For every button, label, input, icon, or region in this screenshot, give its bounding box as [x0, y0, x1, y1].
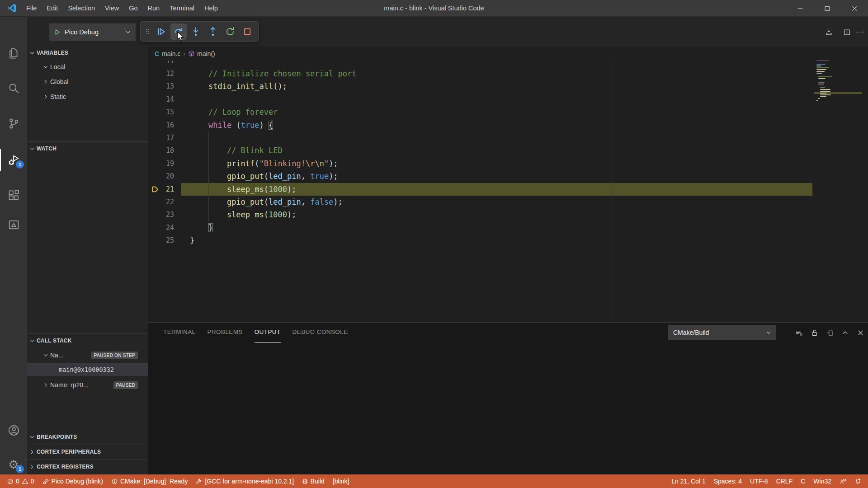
debug-continue-button[interactable] — [153, 23, 170, 40]
status-cmake-status[interactable]: CMake: [Debug]: Ready — [107, 474, 192, 488]
code-area[interactable]: 1112 // Initialize chosen serial port13 … — [148, 17, 868, 322]
debug-step-over-button[interactable] — [170, 23, 187, 40]
call-stack-frame[interactable]: main@0x10000332 — [27, 363, 148, 376]
menu-go[interactable]: Go — [124, 0, 142, 17]
c-file-icon: C — [155, 50, 159, 57]
variables-scope-static[interactable]: Static — [27, 90, 148, 103]
panel-tab-problems[interactable]: PROBLEMS — [207, 323, 242, 343]
code-line-12[interactable]: 12 // Initialize chosen serial port — [148, 67, 812, 80]
indent-guide — [190, 67, 190, 234]
minimap[interactable] — [814, 56, 862, 124]
activity-search[interactable] — [3, 77, 24, 99]
breadcrumb[interactable]: C main.c › main() — [148, 47, 868, 61]
status-cmake-target[interactable]: [blink] — [329, 474, 354, 488]
menu-run[interactable]: Run — [143, 0, 165, 17]
code-text: sleep_ms(1000); — [190, 208, 296, 221]
code-line-17[interactable]: 17 — [148, 131, 812, 144]
line-number: 12 — [148, 67, 174, 80]
panel-tab-output[interactable]: OUTPUT — [255, 323, 281, 343]
call-stack-thread-1[interactable]: Na...PAUSED ON STEP — [27, 348, 148, 362]
line-number: 17 — [148, 131, 174, 144]
panel-tab-debug-console[interactable]: DEBUG CONSOLE — [292, 323, 348, 343]
debug-config-dropdown[interactable]: Pico Debug — [49, 23, 136, 41]
status-debug-session[interactable]: Pico Debug (blink) — [38, 474, 107, 488]
minimap-line — [818, 84, 824, 84]
stop-icon — [242, 27, 252, 37]
info-icon — [111, 478, 118, 485]
code-line-13[interactable]: 13 stdio_init_all(); — [148, 80, 812, 93]
activity-settings[interactable]: ⚙1 — [3, 454, 24, 475]
section-breakpoints[interactable]: BREAKPOINTS — [27, 430, 148, 444]
breadcrumb-file[interactable]: main.c — [162, 50, 180, 57]
variables-scope-local[interactable]: Local — [27, 60, 148, 74]
chevron-down-icon — [29, 434, 35, 440]
status-problems[interactable]: 00 — [3, 474, 38, 488]
breadcrumb-symbol[interactable]: main() — [197, 50, 215, 57]
debug-step-out-button[interactable] — [205, 23, 221, 40]
start-debug-icon[interactable] — [54, 28, 61, 36]
toolbar-drag-handle[interactable] — [143, 23, 153, 40]
code-line-19[interactable]: 19 printf("Blinking!\r\n"); — [148, 157, 812, 170]
code-line-21[interactable]: 21 sleep_ms(1000); — [148, 183, 812, 196]
accounts-icon — [8, 424, 20, 436]
output-channel-select[interactable]: CMake/Build — [668, 325, 776, 340]
close-panel-button[interactable] — [853, 326, 868, 339]
status-cmake-kit[interactable]: [GCC for arm-none-eabi 10.2.1] — [192, 474, 298, 488]
window-maximize-button[interactable] — [814, 0, 841, 17]
unlock-button[interactable] — [807, 326, 822, 339]
debug-step-into-button[interactable] — [188, 23, 204, 40]
status-platform[interactable]: Win32 — [809, 474, 835, 488]
window-minimize-button[interactable] — [787, 0, 814, 17]
activity-extensions[interactable] — [3, 184, 24, 206]
line-number: 18 — [148, 144, 174, 157]
section-variables[interactable]: VARIABLES — [27, 46, 148, 60]
status-notifications[interactable] — [850, 474, 865, 488]
activity-accounts[interactable] — [3, 419, 24, 441]
clear-output-button[interactable] — [791, 326, 807, 339]
code-line-15[interactable]: 15 // Loop forever — [148, 106, 812, 118]
menu-file[interactable]: File — [21, 0, 42, 17]
debug-restart-button[interactable] — [222, 23, 238, 40]
activity-pico-project[interactable] — [3, 214, 24, 235]
status-eol[interactable]: CRLF — [772, 474, 797, 488]
code-line-25[interactable]: 25} — [148, 234, 812, 247]
status-indentation[interactable]: Spaces: 4 — [710, 474, 746, 488]
code-line-14[interactable]: 14 — [148, 93, 812, 106]
activity-badge: 1 — [16, 465, 24, 473]
activity-explorer[interactable] — [3, 42, 24, 64]
variables-scope-global[interactable]: Global — [27, 75, 148, 89]
code-line-23[interactable]: 23 sleep_ms(1000); — [148, 208, 812, 221]
title-bar: FileEditSelectionViewGoRunTerminalHelp m… — [0, 0, 868, 17]
code-line-18[interactable]: 18 // Blink LED — [148, 144, 812, 157]
status-cmake-build[interactable]: ⚙Build — [298, 474, 329, 488]
chevron-right-icon — [42, 94, 49, 100]
open-output-in-editor-button[interactable] — [822, 326, 837, 339]
menu-view[interactable]: View — [100, 0, 124, 17]
panel-tab-terminal[interactable]: TERMINAL — [163, 323, 195, 343]
menu-terminal[interactable]: Terminal — [165, 0, 199, 17]
code-line-16[interactable]: 16 while (true) { — [148, 119, 812, 131]
minimap-line — [816, 73, 822, 74]
status-feedback[interactable] — [835, 474, 850, 488]
menu-selection[interactable]: Selection — [63, 0, 100, 17]
status-cursor-position[interactable]: Ln 21, Col 1 — [667, 474, 710, 488]
status-encoding[interactable]: UTF-8 — [746, 474, 772, 488]
maximize-panel-button[interactable] — [837, 326, 853, 339]
section-cortex-peripherals[interactable]: CORTEX PERIPHERALS — [27, 445, 148, 459]
code-line-20[interactable]: 20 gpio_put(led_pin, true); — [148, 170, 812, 183]
section-cortex-registers[interactable]: CORTEX REGISTERS — [27, 460, 148, 474]
menu-help[interactable]: Help — [199, 0, 223, 17]
section-watch[interactable]: WATCH — [27, 141, 148, 155]
call-stack-thread-2[interactable]: Name: rp20...PAUSED — [27, 378, 148, 392]
code-line-24[interactable]: 24 } — [148, 221, 812, 234]
activity-source-control[interactable] — [3, 113, 24, 134]
section-title: CALL STACK — [37, 338, 72, 344]
section-title: VARIABLES — [37, 50, 68, 56]
activity-run-and-debug[interactable]: 1 — [3, 149, 24, 171]
section-call-stack[interactable]: CALL STACK — [27, 333, 148, 347]
menu-edit[interactable]: Edit — [42, 0, 63, 17]
code-line-22[interactable]: 22 gpio_put(led_pin, false); — [148, 196, 812, 208]
status-language-mode[interactable]: C — [797, 474, 809, 488]
window-close-button[interactable] — [841, 0, 868, 17]
debug-stop-button[interactable] — [239, 23, 255, 40]
